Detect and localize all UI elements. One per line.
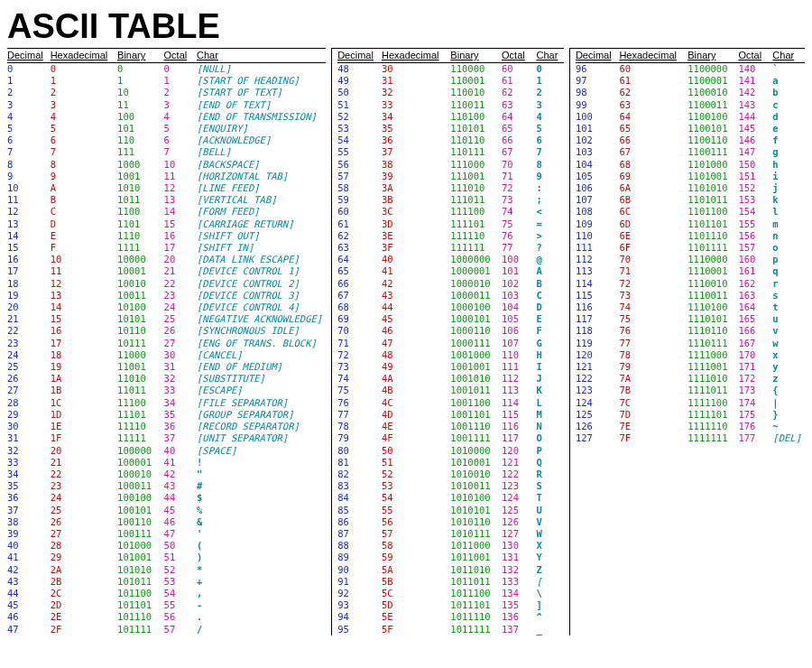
table-row: 372510010145% — [7, 505, 326, 516]
table-row: 10A101012[LINE FEED] — [7, 182, 326, 194]
table-row: 422A10101052* — [7, 564, 326, 576]
table-row: 25191100131[END OF MEDIUM] — [7, 361, 326, 373]
table-row: 99100111[HORIZONTAL TAB] — [7, 171, 326, 182]
table-row: 82521010010122R — [337, 469, 564, 480]
table-row: 432B10101153+ — [7, 576, 326, 588]
table-row: 551015[ENQUIRY] — [7, 123, 326, 135]
table-row: 441004[END OF TRANSMISSION] — [7, 111, 326, 123]
col-header-oct: Octal — [164, 49, 197, 63]
table-row: 784E1001110116N — [337, 421, 564, 432]
table-row: 71471000111107G — [337, 338, 564, 349]
table-row: 22102[START OF TEXT] — [7, 87, 326, 98]
table-row: 623E11111076> — [337, 230, 564, 242]
table-row: 945E1011110136^ — [337, 611, 564, 623]
table-row: 121791111001171y — [576, 361, 805, 373]
table-row: 925C1011100134\ — [337, 588, 564, 599]
table-row: 89591011001131Y — [337, 552, 564, 563]
col-header-dec: Decimal — [7, 49, 51, 63]
table-row: 115731110011163s — [576, 290, 805, 302]
table-row: 5234110100644 — [337, 111, 564, 123]
table-row: 352310001143# — [7, 480, 326, 492]
table-row: 1076B1101011153k — [576, 194, 805, 206]
table-row: 88100010[BACKSPACE] — [7, 159, 326, 171]
table-row: 118761110110166v — [576, 325, 805, 337]
table-row: 96601100000140` — [576, 63, 805, 76]
table-row: 102661100110146f — [576, 135, 805, 146]
table-row: 1111[START OF HEADING] — [7, 75, 326, 87]
table-row: 5436110110666 — [337, 135, 564, 146]
table-row: 69451000101105E — [337, 313, 564, 325]
table-row: 1106E1101110156n — [576, 230, 805, 242]
col-header-chr: Char — [772, 49, 805, 63]
table-row: 1257D1111101175} — [576, 409, 805, 421]
table-row: 322010000040[SPACE] — [7, 445, 326, 457]
table-row: 20141010024[DEVICE CONTROL 4] — [7, 302, 326, 313]
table-row: 88581011000130X — [337, 540, 564, 552]
table-row: 794F1001111117O — [337, 432, 564, 444]
table-row: 905A1011010132Z — [337, 564, 564, 576]
table-row: 80501010000120P — [337, 445, 564, 457]
table-row: 5032110010622 — [337, 87, 564, 98]
table-row: 1247C1111100174| — [576, 397, 805, 409]
page-title: ASCII TABLE — [7, 7, 805, 46]
table-row: 116741110100164t — [576, 302, 805, 313]
column-0: DecimalHexadecimalBinaryOctalChar0000[NU… — [7, 48, 326, 636]
table-row: 87571010111127W — [337, 528, 564, 540]
table-row: 342210001042" — [7, 469, 326, 480]
table-row: 754B1001011113K — [337, 385, 564, 396]
table-row: 119771110111167w — [576, 338, 805, 349]
table-row: 382610011046& — [7, 516, 326, 528]
table-row: 113711110001161q — [576, 265, 805, 277]
table-row: 462E10111056. — [7, 611, 326, 623]
table-row: 19131001123[DEVICE CONTROL 3] — [7, 290, 326, 302]
table-row: 311F1111137[UNIT SEPARATOR] — [7, 432, 326, 444]
table-row: 117751110101165u — [576, 313, 805, 325]
table-row: 67431000011103C — [337, 290, 564, 302]
table-row: 98621100010142b — [576, 87, 805, 98]
table-row: 452D10110155- — [7, 599, 326, 611]
table-row: 120781111000170x — [576, 349, 805, 361]
col-header-bin: Binary — [117, 49, 163, 63]
table-row: 66421000010102B — [337, 278, 564, 290]
table-row: 12C110014[FORM FEED] — [7, 206, 326, 218]
table-row: 1267E1111110176~ — [576, 421, 805, 432]
table-row: 593B11101173; — [337, 194, 564, 206]
col-header-oct: Octal — [738, 49, 772, 63]
table-row: 5739111001719 — [337, 171, 564, 182]
table-row: 744A1001010112J — [337, 373, 564, 385]
table-row: 4830110000600 — [337, 63, 564, 76]
table-row: 392710011147' — [7, 528, 326, 540]
col-header-oct: Octal — [502, 49, 536, 63]
table-row: 412910100151) — [7, 552, 326, 563]
table-row: 5133110011633 — [337, 99, 564, 111]
table-row: 97611100001141a — [576, 75, 805, 87]
table-row: 583A11101072: — [337, 182, 564, 194]
table-row: 114721110010162r — [576, 278, 805, 290]
table-row: 72481001000110H — [337, 349, 564, 361]
table-row: 17111000121[DEVICE CONTROL 1] — [7, 265, 326, 277]
table-row: 16101000020[DATA LINK ESCAPE] — [7, 254, 326, 265]
table-row: 603C11110074< — [337, 206, 564, 218]
table-row: 472F10111157/ — [7, 624, 326, 636]
col-header-bin: Binary — [687, 49, 738, 63]
col-header-hex: Hexadecimal — [619, 49, 687, 63]
column-1: DecimalHexadecimalBinaryOctalChar4830110… — [331, 48, 564, 636]
table-row: 81511010001121Q — [337, 457, 564, 469]
col-header-dec: Decimal — [576, 49, 619, 63]
table-row: 442C10110054, — [7, 588, 326, 599]
table-row: 5335110101655 — [337, 123, 564, 135]
table-row: 764C1001100114L — [337, 397, 564, 409]
column-2: DecimalHexadecimalBinaryOctalChar9660110… — [569, 48, 805, 636]
table-row: 402810100050( — [7, 540, 326, 552]
table-row: 100641100100144d — [576, 111, 805, 123]
table-row: 1086C1101100154l — [576, 206, 805, 218]
table-row: 22161011026[SYNCHRONOUS IDLE] — [7, 325, 326, 337]
table-row: 271B1101133[ESCAPE] — [7, 385, 326, 396]
table-row: 771117[BELL] — [7, 146, 326, 158]
table-row: 13D110115[CARRIAGE RETURN] — [7, 218, 326, 230]
table-row: 661106[ACKNOWLEDGE] — [7, 135, 326, 146]
table-row: 24181100030[CANCEL] — [7, 349, 326, 361]
table-row: 70461000110106F — [337, 325, 564, 337]
table-row: 1227A1111010172z — [576, 373, 805, 385]
table-row: 105691101001151i — [576, 171, 805, 182]
